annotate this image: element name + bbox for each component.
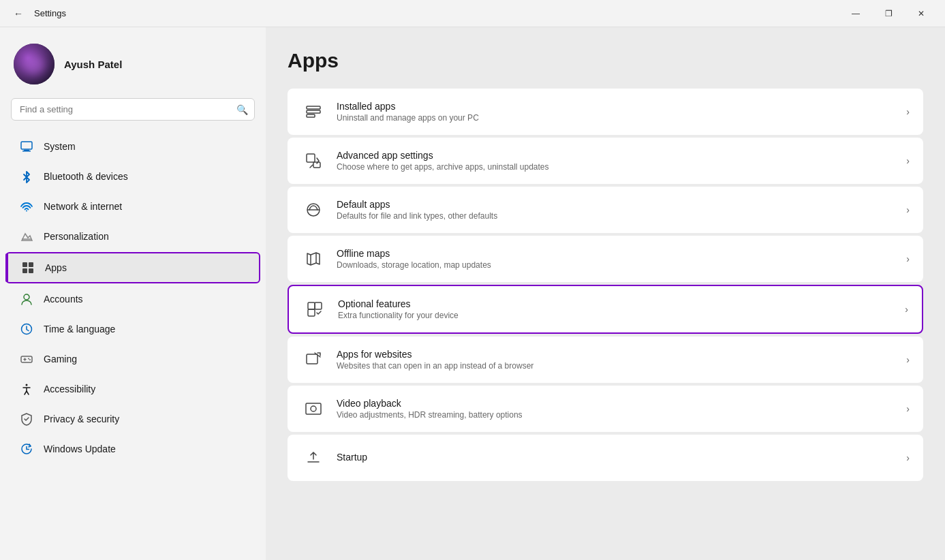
svg-point-15 — [29, 359, 31, 360]
profile-name: Ayush Patel — [64, 59, 122, 70]
svg-rect-29 — [307, 354, 317, 364]
update-icon — [19, 441, 34, 456]
svg-rect-2 — [22, 151, 31, 152]
settings-item-startup[interactable]: Startup › — [288, 435, 923, 481]
video-playback-icon — [301, 396, 326, 421]
apps-websites-title: Apps for websites — [337, 349, 895, 360]
time-icon — [19, 322, 34, 337]
advanced-app-title: Advanced app settings — [337, 150, 895, 161]
settings-item-apps-websites[interactable]: Apps for websites Websites that can open… — [288, 337, 923, 383]
svg-rect-27 — [315, 302, 322, 309]
sidebar-item-label-accounts: Accounts — [44, 294, 83, 305]
default-apps-desc: Defaults for file and link types, other … — [337, 211, 895, 221]
sidebar-item-label-personalization: Personalization — [44, 231, 109, 242]
sidebar-item-gaming[interactable]: Gaming — [5, 345, 260, 373]
sidebar-item-label-time: Time & language — [44, 324, 115, 335]
offline-maps-title: Offline maps — [337, 248, 895, 259]
titlebar: ← Settings — ❐ ✕ — [0, 0, 945, 27]
advanced-app-text: Advanced app settings Choose where to ge… — [337, 150, 895, 172]
apps-websites-chevron: › — [906, 354, 910, 365]
installed-apps-text: Installed apps Uninstall and manage apps… — [337, 101, 895, 123]
personalization-icon — [19, 229, 34, 244]
sidebar-item-label-update: Windows Update — [44, 444, 116, 454]
installed-apps-icon — [301, 99, 326, 124]
content-area: Apps Installed apps Uninstall and manage… — [266, 27, 945, 560]
window-controls: — ❐ ✕ — [840, 3, 937, 25]
close-button[interactable]: ✕ — [905, 3, 937, 25]
svg-point-14 — [28, 358, 29, 360]
accessibility-icon — [19, 382, 34, 396]
sidebar: Ayush Patel 🔍 System — [0, 27, 266, 560]
bluetooth-icon — [19, 169, 34, 184]
svg-point-16 — [26, 384, 28, 386]
default-apps-text: Default apps Defaults for file and link … — [337, 199, 895, 221]
svg-point-9 — [24, 294, 29, 300]
apps-icon — [20, 260, 35, 275]
settings-item-advanced-app[interactable]: Advanced app settings Choose where to ge… — [288, 138, 923, 184]
avatar — [14, 44, 55, 84]
settings-item-installed-apps[interactable]: Installed apps Uninstall and manage apps… — [288, 89, 923, 135]
main-layout: Ayush Patel 🔍 System — [0, 27, 945, 560]
svg-rect-6 — [29, 262, 33, 267]
maximize-button[interactable]: ❐ — [873, 3, 904, 25]
search-input[interactable] — [11, 98, 255, 121]
apps-websites-icon — [301, 347, 326, 372]
advanced-app-desc: Choose where to get apps, archive apps, … — [337, 162, 895, 172]
svg-rect-28 — [308, 309, 315, 316]
video-playback-title: Video playback — [337, 398, 895, 409]
startup-icon — [301, 446, 326, 470]
page-title: Apps — [288, 49, 923, 72]
advanced-app-chevron: › — [906, 155, 910, 166]
sidebar-item-label-accessibility: Accessibility — [44, 384, 95, 394]
sidebar-item-accounts[interactable]: Accounts — [5, 285, 260, 313]
offline-maps-desc: Downloads, storage location, map updates — [337, 260, 895, 270]
sidebar-item-privacy[interactable]: Privacy & security — [5, 405, 260, 433]
sidebar-item-system[interactable]: System — [5, 132, 260, 161]
startup-text: Startup — [337, 452, 895, 464]
offline-maps-chevron: › — [906, 253, 910, 264]
sidebar-item-network[interactable]: Network & internet — [5, 192, 260, 221]
settings-item-video-playback[interactable]: Video playback Video adjustments, HDR st… — [288, 386, 923, 432]
sidebar-item-bluetooth[interactable]: Bluetooth & devices — [5, 162, 260, 191]
installed-apps-desc: Uninstall and manage apps on your PC — [337, 113, 895, 123]
default-apps-title: Default apps — [337, 199, 895, 210]
svg-rect-26 — [308, 302, 315, 309]
network-icon — [19, 199, 34, 214]
system-icon — [19, 139, 34, 154]
sidebar-item-label-system: System — [44, 141, 76, 152]
sidebar-item-time[interactable]: Time & language — [5, 315, 260, 343]
video-playback-desc: Video adjustments, HDR streaming, batter… — [337, 410, 895, 420]
sidebar-item-label-gaming: Gaming — [44, 354, 77, 364]
settings-item-offline-maps[interactable]: Offline maps Downloads, storage location… — [288, 236, 923, 282]
advanced-app-icon — [301, 149, 326, 173]
optional-features-icon — [303, 297, 327, 322]
sidebar-item-update[interactable]: Windows Update — [5, 435, 260, 463]
gaming-icon — [19, 352, 34, 367]
startup-title: Startup — [337, 452, 895, 463]
back-button[interactable]: ← — [8, 3, 29, 24]
sidebar-item-label-apps: Apps — [45, 262, 67, 273]
sidebar-item-label-bluetooth: Bluetooth & devices — [44, 171, 128, 182]
video-playback-chevron: › — [906, 403, 910, 414]
accounts-icon — [19, 292, 34, 307]
offline-maps-text: Offline maps Downloads, storage location… — [337, 248, 895, 270]
settings-item-optional-features[interactable]: Optional features Extra functionality fo… — [288, 285, 923, 334]
minimize-button[interactable]: — — [840, 3, 871, 25]
sidebar-item-accessibility[interactable]: Accessibility — [5, 375, 260, 403]
svg-rect-19 — [307, 114, 315, 117]
svg-rect-5 — [22, 262, 27, 267]
apps-websites-desc: Websites that can open in an app instead… — [337, 361, 895, 371]
search-box: 🔍 — [11, 98, 255, 121]
offline-maps-icon — [301, 247, 326, 271]
settings-item-default-apps[interactable]: Default apps Defaults for file and link … — [288, 187, 923, 233]
sidebar-item-apps[interactable]: Apps — [5, 252, 260, 283]
optional-features-desc: Extra functionality for your device — [338, 311, 894, 320]
default-apps-chevron: › — [906, 204, 910, 215]
optional-features-chevron: › — [905, 304, 908, 315]
sidebar-item-personalization[interactable]: Personalization — [5, 222, 260, 251]
svg-rect-7 — [22, 268, 27, 273]
privacy-icon — [19, 411, 34, 426]
video-playback-text: Video playback Video adjustments, HDR st… — [337, 398, 895, 420]
svg-rect-30 — [306, 403, 321, 414]
svg-point-31 — [311, 406, 316, 411]
